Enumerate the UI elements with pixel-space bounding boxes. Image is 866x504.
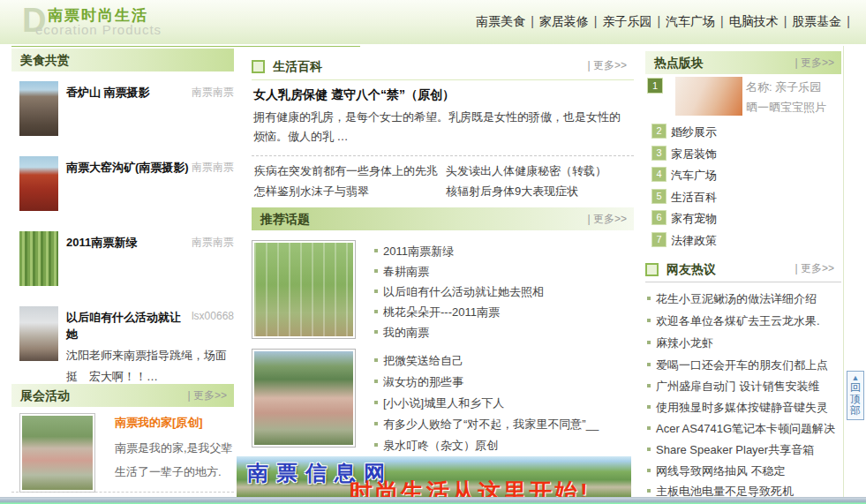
site-subtitle: ecoration Products xyxy=(35,22,162,37)
topic-link[interactable]: 有多少人败给了“对不起，我家里不同意”__ xyxy=(374,417,599,433)
hot-board-link[interactable]: 家有宠物 xyxy=(671,211,717,227)
nav-separator: | xyxy=(594,14,598,28)
rank-badge-1: 1 xyxy=(647,78,663,94)
square-bullet-icon xyxy=(647,426,651,430)
feed-item[interactable]: 南票大窑沟矿(南票摄影) 南票南票 xyxy=(11,156,234,218)
feed-item[interactable]: 以后咱有什么活动就让她 lsx00668 沈阳老师来南票指导跳绳，场面挺 宏大啊… xyxy=(11,306,234,381)
square-bullet-icon xyxy=(647,384,651,387)
buzz-link[interactable]: 欢迎各单位各煤矿去王云龙水果. xyxy=(647,313,820,329)
hot-board-link[interactable]: 家居装饰 xyxy=(671,147,717,162)
forest-photo[interactable] xyxy=(254,243,353,336)
expo-item-title[interactable]: 南票我的家[原创] xyxy=(115,415,203,431)
topic-link[interactable]: 以后咱有什么活动就让她去照相 xyxy=(374,284,544,300)
square-bullet-icon xyxy=(647,341,651,344)
nav-separator: | xyxy=(847,14,850,28)
back-to-top-label: 回 xyxy=(850,381,861,394)
square-bullet-icon xyxy=(374,249,378,252)
life-link[interactable]: 怎样鉴别水沫子与翡翠 xyxy=(254,184,369,199)
buzz-link[interactable]: 使用独显时多媒体按键静音键失灵 xyxy=(647,400,828,416)
buzz-link[interactable]: 花生小豆泥鳅汤的做法详细介绍 xyxy=(647,291,817,307)
red-foliage-photo[interactable] xyxy=(19,156,58,211)
life-more-link[interactable]: | 更多>> xyxy=(588,58,627,73)
feed-item-author: 南票南票 xyxy=(192,235,234,250)
feed-item[interactable]: 香炉山 南票摄影 南票南票 xyxy=(11,81,234,143)
feed-item-title[interactable]: 以后咱有什么活动就让她 xyxy=(66,309,184,342)
buzz-link[interactable]: 广州盛扉自动门 设计销售安装维 xyxy=(647,379,820,395)
buzz-link[interactable]: Share Speaker Player共享音箱 xyxy=(647,442,814,458)
nav-item-auto[interactable]: 汽车广场 xyxy=(666,14,715,28)
hot-board-link[interactable]: 婚纱展示 xyxy=(671,124,717,140)
life-link[interactable]: 疾病在突发前都有一些身体上的先兆 xyxy=(254,163,438,179)
accent-line xyxy=(11,46,360,47)
back-to-top-button[interactable]: ▲ 回 顶 部 xyxy=(847,371,864,420)
city-photo-frame[interactable] xyxy=(19,413,95,493)
nav-separator: | xyxy=(657,14,660,28)
school-building-photo[interactable] xyxy=(19,306,58,361)
topic-link[interactable]: 淑女坊的那些事 xyxy=(374,374,463,390)
feed-item-title[interactable]: 南票大窑沟矿(南票摄影) xyxy=(66,159,212,176)
life-link[interactable]: 核辐射后身体9大表现症状 xyxy=(446,184,578,199)
hot-featured-name: 名称: 亲子乐园 xyxy=(746,79,821,95)
feed-item-title[interactable]: 香炉山 南票摄影 xyxy=(66,84,184,101)
food-section-title: 美食共赏 xyxy=(20,53,70,67)
feed-item-title[interactable]: 2011南票新绿 xyxy=(66,234,184,251)
ad-banner[interactable]: 南票信息网 时尚生活从这里开始! xyxy=(237,456,631,497)
square-bullet-icon xyxy=(647,363,651,366)
buzz-link[interactable]: 麻辣小龙虾 xyxy=(647,335,713,351)
square-bullet-icon xyxy=(374,401,378,404)
square-bullet-icon xyxy=(647,489,651,493)
expo-more-link[interactable]: | 更多>> xyxy=(188,384,227,407)
nav-item-parenting[interactable]: 亲子乐园 xyxy=(602,14,651,28)
square-bullet-icon xyxy=(374,290,378,293)
baby-photo[interactable] xyxy=(675,77,742,116)
rank-badge-2: 2 xyxy=(651,124,666,139)
buzz-section-header: 网友热议 | 更多>> xyxy=(645,261,841,282)
nav-item-computer[interactable]: 电脑技术 xyxy=(729,14,779,28)
hot-board-link[interactable]: 汽车广场 xyxy=(671,168,717,184)
topic-link[interactable]: 2011南票新绿 xyxy=(374,244,454,260)
nav-item-stocks[interactable]: 股票基金 xyxy=(792,14,841,28)
expo-item[interactable]: 南票我的家[原创] 南票是我的家,是我父辈生活了一辈子的地方. xyxy=(11,411,234,493)
nav-separator: | xyxy=(720,14,724,28)
forest-photo-frame[interactable] xyxy=(252,240,356,339)
buzz-link[interactable]: 爱喝一口还会开车的朋友们都上点 xyxy=(647,357,828,373)
hot-board-link[interactable]: 法律政策 xyxy=(671,233,717,249)
banner-slogan: 时尚生活从这里开始! xyxy=(350,477,591,497)
life-link[interactable]: 头发读出人体健康秘密（转载） xyxy=(446,163,606,179)
page: D 南票时尚生活 ecoration Products 南票美食|家居装修|亲子… xyxy=(0,0,866,504)
feed-item[interactable]: 2011南票新绿 南票南票 xyxy=(11,231,234,293)
city-photo[interactable] xyxy=(22,416,93,490)
green-trees-photo[interactable] xyxy=(19,231,58,286)
rank-badge-7: 7 xyxy=(651,232,666,247)
divider xyxy=(11,492,234,493)
buzz-more-link[interactable]: | 更多>> xyxy=(795,261,834,276)
valley-city-photo[interactable] xyxy=(254,351,353,445)
buzz-link[interactable]: 网线导致网络抽风 不稳定 xyxy=(647,463,786,479)
rank-badge-4: 4 xyxy=(651,167,666,182)
expo-section-title: 展会活动 xyxy=(20,388,70,402)
square-bullet-icon xyxy=(647,297,651,300)
buzz-link[interactable]: Acer AS4741G笔记本卡顿问题解决 xyxy=(647,421,835,437)
square-bullet-icon xyxy=(647,405,651,409)
topic-link[interactable]: 桃花朵朵开---2011南票 xyxy=(374,305,500,320)
nav-item-decoration[interactable]: 家居装修 xyxy=(539,14,589,28)
life-section-title: 生活百科 xyxy=(273,59,322,75)
topic-link[interactable]: 泉水叮咚（杂文）原创 xyxy=(374,438,498,454)
hot-board-link[interactable]: 生活百科 xyxy=(671,190,717,206)
article-title[interactable]: 女人乳房保健 遵守八个“禁”（原创） xyxy=(253,87,455,103)
topics-more-link[interactable]: | 更多>> xyxy=(588,207,627,230)
nav-separator: | xyxy=(531,14,534,28)
topic-link[interactable]: [小小说]城里人和乡下人 xyxy=(374,395,504,411)
topic-link[interactable]: 把微笑送给自己 xyxy=(374,353,463,369)
hot-more-link[interactable]: | 更多>> xyxy=(795,51,834,74)
valley-city-photo-frame[interactable] xyxy=(252,349,356,448)
topic-link[interactable]: 我的南票 xyxy=(374,325,429,341)
topic-link[interactable]: 春耕南票 xyxy=(374,264,429,280)
header: D 南票时尚生活 ecoration Products 南票美食|家居装修|亲子… xyxy=(0,0,866,44)
cliff-photo[interactable] xyxy=(19,81,58,136)
feed-item-author: 南票南票 xyxy=(192,85,234,100)
rank-badge-6: 6 xyxy=(651,210,666,225)
article-body: 拥有健康的乳房，是每个女士的希望。乳房既是女性的骄傲，也是女性的烦恼。傲人的乳 … xyxy=(253,108,628,147)
nav-item-food[interactable]: 南票美食 xyxy=(476,14,525,28)
square-bullet-icon xyxy=(374,330,378,334)
